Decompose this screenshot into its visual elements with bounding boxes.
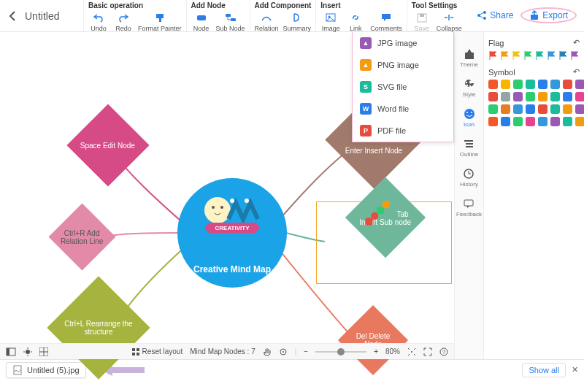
symbol-item[interactable]: [575, 104, 584, 114]
canvas[interactable]: Space Edit Node Ctrl+R Add Relation Line…: [0, 32, 454, 359]
flag-item[interactable]: [512, 50, 521, 60]
symbol-item[interactable]: [513, 80, 523, 89]
collapse-button[interactable]: Collapse: [437, 11, 462, 32]
zoom-slider[interactable]: [315, 351, 366, 353]
close-download-bar[interactable]: ✕: [572, 365, 578, 374]
export-svg[interactable]: SSVG file: [353, 76, 453, 98]
share-button[interactable]: Share: [477, 10, 513, 20]
brightness-icon[interactable]: [23, 347, 32, 356]
symbol-item[interactable]: [488, 104, 498, 114]
fit-icon[interactable]: [407, 347, 416, 356]
symbol-item[interactable]: [526, 80, 535, 89]
symbol-item[interactable]: [575, 92, 584, 101]
symbol-item[interactable]: [563, 92, 572, 101]
export-word[interactable]: WWord file: [353, 98, 453, 120]
relation-button[interactable]: Relation: [255, 11, 279, 32]
format-painter-button[interactable]: Format Painter: [138, 11, 182, 32]
insert-image-button[interactable]: Image: [320, 11, 341, 32]
help-icon[interactable]: ?: [439, 347, 448, 356]
show-all-button[interactable]: Show all: [522, 363, 566, 377]
symbol-item[interactable]: [550, 92, 560, 101]
target-icon[interactable]: [279, 347, 288, 356]
symbol-item[interactable]: [488, 92, 498, 101]
zoom-in-button[interactable]: +: [374, 347, 378, 356]
center-node[interactable]: CREATIVITY Creative Mind Map: [177, 178, 287, 288]
side-outline[interactable]: Outline: [460, 138, 478, 158]
symbol-item[interactable]: [575, 80, 584, 89]
symbol-item[interactable]: [513, 104, 523, 114]
flag-item[interactable]: [558, 50, 568, 60]
svg-rect-1: [159, 18, 161, 22]
symbol-item[interactable]: [526, 117, 535, 126]
flag-item[interactable]: [535, 50, 545, 60]
symbol-item[interactable]: [550, 80, 560, 89]
side-feedback[interactable]: Feedback: [456, 198, 482, 218]
add-node-button[interactable]: Node: [191, 11, 212, 32]
symbol-item[interactable]: [538, 92, 548, 101]
side-style[interactable]: Style: [463, 78, 476, 98]
symbol-item[interactable]: [563, 80, 572, 89]
summary-button[interactable]: Summary: [283, 11, 312, 32]
view-mode-icon[interactable]: [6, 347, 16, 356]
side-icon[interactable]: Icon: [463, 108, 476, 128]
header-actions: Share Export: [477, 0, 584, 23]
symbol-item[interactable]: [501, 92, 510, 101]
symbol-item[interactable]: [488, 80, 498, 89]
symbol-item[interactable]: [538, 117, 548, 126]
canvas-footer: Reset layout Mind Map Nodes : 7 | − + 80…: [0, 343, 454, 359]
symbol-item[interactable]: [513, 117, 523, 126]
undo-button[interactable]: Undo: [88, 11, 109, 32]
flag-item[interactable]: [488, 50, 498, 60]
flag-item[interactable]: [570, 50, 580, 60]
undo-icon[interactable]: ↶: [573, 38, 580, 47]
group-title: Tool Settings: [412, 1, 462, 11]
export-jpg[interactable]: ▲JPG image: [353, 32, 453, 54]
symbol-item[interactable]: [513, 92, 523, 101]
export-menu: ▲JPG image ▲PNG image SSVG file WWord fi…: [352, 32, 454, 142]
flag-item[interactable]: [500, 50, 510, 60]
pan-icon[interactable]: [263, 347, 272, 356]
symbol-item[interactable]: [575, 117, 584, 126]
svg-point-43: [465, 82, 466, 83]
insert-comments-button[interactable]: Comments: [370, 11, 402, 32]
symbol-item[interactable]: [526, 92, 535, 101]
export-png[interactable]: ▲PNG image: [353, 54, 453, 76]
node-add-relation[interactable]: Ctrl+R Add Relation Line: [49, 204, 116, 271]
node-space-edit[interactable]: Space Edit Node: [66, 104, 149, 186]
export-pdf[interactable]: PPDF file: [353, 120, 453, 142]
link-icon: [349, 11, 362, 24]
zoom-value: 80%: [385, 347, 400, 356]
share-icon: [477, 10, 487, 20]
insert-link-button[interactable]: Link: [345, 11, 366, 32]
zoom-out-button[interactable]: −: [304, 347, 308, 356]
symbol-item[interactable]: [501, 117, 510, 126]
group-title: Basic operation: [88, 1, 182, 11]
downloaded-file[interactable]: Untitled (5).jpg: [6, 362, 86, 378]
undo-icon[interactable]: ↶: [573, 67, 580, 77]
symbol-item[interactable]: [550, 104, 560, 114]
symbol-item[interactable]: [488, 117, 498, 126]
fullscreen-icon[interactable]: [423, 347, 432, 356]
back-button[interactable]: [0, 0, 25, 32]
document-title[interactable]: Untitled: [25, 0, 83, 22]
svg-rect-53: [464, 200, 473, 206]
side-theme[interactable]: Theme: [460, 48, 478, 68]
node-tab-insert-sub[interactable]: Tab Insert Sub node: [345, 177, 426, 258]
symbol-item[interactable]: [501, 104, 510, 114]
flag-item[interactable]: [523, 50, 533, 60]
add-subnode-button[interactable]: Sub Node: [216, 11, 245, 32]
export-button[interactable]: Export: [520, 7, 577, 23]
grid-icon[interactable]: [39, 347, 48, 356]
reset-layout-button[interactable]: Reset layout: [131, 347, 183, 356]
save-button[interactable]: Save: [412, 11, 432, 32]
symbol-item[interactable]: [526, 104, 535, 114]
symbol-item[interactable]: [538, 80, 548, 89]
symbol-item[interactable]: [563, 117, 572, 126]
flag-item[interactable]: [547, 50, 556, 60]
symbol-item[interactable]: [501, 80, 510, 89]
symbol-item[interactable]: [538, 104, 548, 114]
side-history[interactable]: History: [460, 168, 478, 188]
redo-button[interactable]: Redo: [113, 11, 134, 32]
symbol-item[interactable]: [550, 117, 560, 126]
symbol-item[interactable]: [563, 104, 572, 114]
